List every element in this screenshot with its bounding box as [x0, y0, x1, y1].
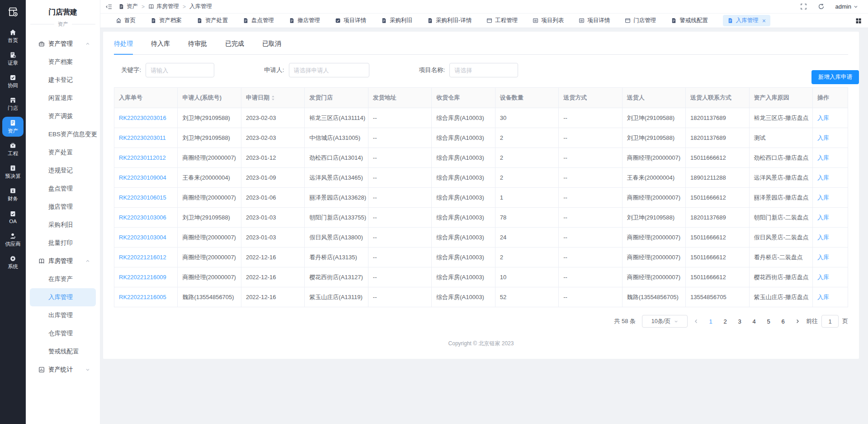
rail-item-工程[interactable]: 工程 — [2, 139, 24, 159]
sidebar: 门店营建 资产 资产管理资产档案建卡登记闲置退库资产调拨EBS资产信息变更资产处… — [26, 0, 100, 424]
menu-item-资产处置[interactable]: 资产处置 — [26, 143, 100, 162]
inbound-action-link[interactable]: 入库 — [817, 214, 829, 221]
menu-item-EBS资产信息变更[interactable]: EBS资产信息变更 — [26, 125, 100, 143]
rail-item-系统[interactable]: 系统 — [2, 252, 24, 272]
menu-item-采购利旧[interactable]: 采购利旧 — [26, 216, 100, 234]
rail-item-门店[interactable]: 门店 — [2, 94, 24, 114]
menu-item-资产调拨[interactable]: 资产调拨 — [26, 107, 100, 125]
tab-首页[interactable]: 首页 — [116, 15, 136, 26]
menu-group-资产管理[interactable]: 资产管理 — [26, 35, 100, 53]
tab-盘点管理[interactable]: 盘点管理 — [243, 15, 274, 26]
inbound-action-link[interactable]: 入库 — [817, 234, 829, 241]
menu-group-库房管理[interactable]: 库房管理 — [26, 252, 100, 270]
rail-item-证章[interactable]: 证章 — [2, 49, 24, 69]
inbound-order-link[interactable]: RK220230112012 — [119, 154, 166, 161]
inbound-action-link[interactable]: 入库 — [817, 274, 829, 281]
next-page-icon[interactable] — [795, 319, 800, 324]
breadcrumb-item-资产[interactable]: 资产 — [118, 3, 138, 10]
rail-item-资产[interactable]: 资产 — [2, 117, 24, 137]
inbound-order-link[interactable]: RK220230106015 — [119, 194, 166, 201]
rail-item-供应商[interactable]: 供应商 — [2, 230, 24, 250]
rail-item-协同[interactable]: 协同 — [2, 71, 24, 91]
tab-警戒线配置[interactable]: 警戒线配置 — [671, 15, 708, 26]
breadcrumb-item-入库管理[interactable]: 入库管理 — [189, 3, 212, 10]
menu-group-资产统计[interactable]: 资产统计 — [26, 361, 100, 379]
table-cell: 2 — [495, 148, 558, 168]
table-cell: 15011666612 — [686, 188, 749, 208]
page-button-3[interactable]: 3 — [734, 315, 745, 327]
inbound-order-link[interactable]: RK220221216012 — [119, 254, 166, 261]
goto-page-input[interactable] — [821, 315, 839, 328]
rail-item-首页[interactable]: 首页 — [2, 26, 24, 46]
tab-项目列表[interactable]: 项目列表 — [533, 15, 564, 26]
table-cell: 综合库房(A10003) — [432, 287, 495, 307]
table-cell: -- — [368, 228, 431, 248]
refresh-icon[interactable] — [818, 3, 825, 10]
tab-门店管理[interactable]: 门店管理 — [625, 15, 656, 26]
inbound-order-link[interactable]: RK220230109004 — [119, 174, 166, 181]
app-logo[interactable] — [7, 6, 19, 20]
fullscreen-icon[interactable] — [800, 3, 807, 10]
tab-采购利旧-详情[interactable]: 采购利旧-详情 — [427, 15, 472, 26]
menu-item-仓库管理[interactable]: 仓库管理 — [26, 324, 100, 343]
menu-item-入库管理[interactable]: 入库管理 — [30, 288, 96, 306]
inbound-action-link[interactable]: 入库 — [817, 174, 829, 181]
collapse-sidebar-icon[interactable] — [106, 4, 112, 10]
menu-item-闲置退库[interactable]: 闲置退库 — [26, 89, 100, 107]
page-button-2[interactable]: 2 — [719, 315, 731, 327]
menu-item-在库资产[interactable]: 在库资产 — [26, 270, 100, 288]
keyword-input[interactable] — [146, 63, 214, 77]
page-button-4[interactable]: 4 — [748, 315, 760, 327]
tab-options-grid-icon[interactable] — [855, 18, 862, 24]
page-size-select[interactable]: 10条/页 — [642, 315, 688, 328]
inbound-action-link[interactable]: 入库 — [817, 294, 829, 300]
applicant-input[interactable] — [289, 63, 369, 77]
menu-item-违规登记[interactable]: 违规登记 — [26, 162, 100, 180]
breadcrumb-item-库房管理[interactable]: 库房管理 — [148, 3, 179, 10]
inbound-action-link[interactable]: 入库 — [817, 194, 829, 201]
inbound-action-link[interactable]: 入库 — [817, 114, 829, 121]
column-申请日期[interactable]: 申请日期 — [241, 88, 304, 108]
project-name-input[interactable] — [449, 63, 518, 77]
page-button-6[interactable]: 6 — [777, 315, 789, 327]
page-button-1[interactable]: 1 — [705, 315, 717, 327]
subtab-待处理[interactable]: 待处理 — [114, 40, 133, 55]
inbound-order-link[interactable]: RK220230203011 — [119, 134, 166, 141]
inbound-action-link[interactable]: 入库 — [817, 154, 829, 161]
menu-item-警戒线配置[interactable]: 警戒线配置 — [26, 343, 100, 361]
menu-item-建卡登记[interactable]: 建卡登记 — [26, 71, 100, 89]
menu-item-批量打印[interactable]: 批量打印 — [26, 234, 100, 252]
tab-入库管理[interactable]: 入库管理× — [723, 15, 770, 26]
page-button-5[interactable]: 5 — [763, 315, 774, 327]
rail-item-财务[interactable]: 财务 — [2, 185, 24, 205]
inbound-order-link[interactable]: RK220221216009 — [119, 274, 166, 281]
inbound-order-link[interactable]: RK220221216005 — [119, 294, 166, 300]
inbound-order-link[interactable]: RK220230203016 — [119, 114, 166, 121]
add-inbound-button[interactable]: 新增入库申请 — [811, 70, 859, 84]
tab-工程管理[interactable]: 工程管理 — [486, 15, 518, 26]
menu-item-盘点管理[interactable]: 盘点管理 — [26, 180, 100, 198]
inbound-order-link[interactable]: RK220230103006 — [119, 214, 166, 221]
table-cell: 2023-02-03 — [241, 128, 304, 148]
menu-item-出库管理[interactable]: 出库管理 — [26, 306, 100, 324]
menu-item-撤店管理[interactable]: 撤店管理 — [26, 198, 100, 216]
subtab-已取消[interactable]: 已取消 — [262, 40, 281, 54]
inbound-action-link[interactable]: 入库 — [817, 134, 829, 141]
rail-item-OA[interactable]: OA — [2, 207, 24, 227]
tab-采购利旧[interactable]: 采购利旧 — [381, 15, 412, 26]
rail-item-预决算[interactable]: 预决算 — [2, 162, 24, 182]
prev-page-icon[interactable] — [694, 319, 698, 324]
menu-item-资产档案[interactable]: 资产档案 — [26, 53, 100, 71]
subtab-待审批[interactable]: 待审批 — [188, 40, 207, 54]
subtab-待入库[interactable]: 待入库 — [151, 40, 170, 54]
inbound-action-link[interactable]: 入库 — [817, 254, 829, 261]
subtab-已完成[interactable]: 已完成 — [225, 40, 244, 54]
tab-项目详情[interactable]: 项目详情 — [579, 15, 610, 26]
inbound-order-link[interactable]: RK220230103004 — [119, 234, 166, 241]
close-icon[interactable]: × — [762, 18, 766, 24]
tab-资产处置[interactable]: 资产处置 — [197, 15, 228, 26]
tab-项目详情[interactable]: 项目详情 — [335, 15, 366, 26]
user-menu[interactable]: admin — [835, 3, 858, 10]
tab-撤店管理[interactable]: 撤店管理 — [289, 15, 320, 26]
tab-资产档案[interactable]: 资产档案 — [151, 15, 182, 26]
